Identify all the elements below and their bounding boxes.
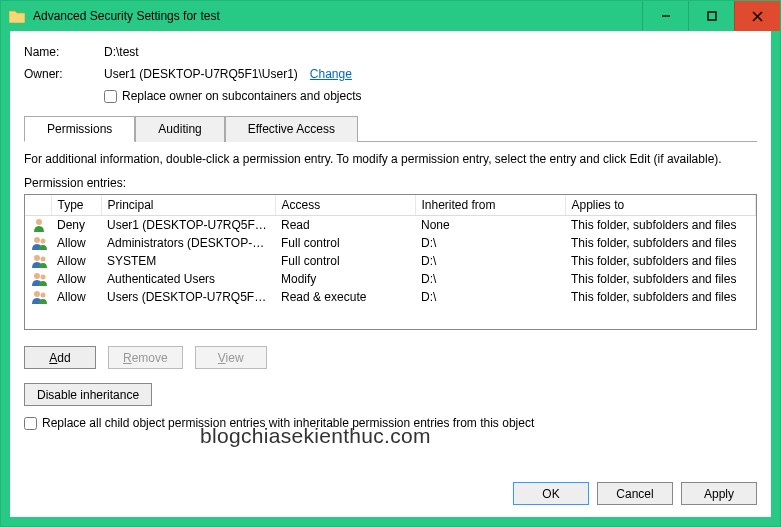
table-row[interactable]: DenyUser1 (DESKTOP-U7RQ5F1\Us...ReadNone… — [25, 216, 756, 235]
cancel-button[interactable]: Cancel — [597, 482, 673, 505]
folder-icon — [9, 9, 25, 23]
owner-value: User1 (DESKTOP-U7RQ5F1\User1) — [104, 67, 298, 81]
cell-type: Allow — [51, 234, 101, 252]
cell-access: Modify — [275, 270, 415, 288]
cell-type: Allow — [51, 270, 101, 288]
cell-principal: SYSTEM — [101, 252, 275, 270]
window-controls — [642, 1, 780, 31]
view-button: View — [195, 346, 267, 369]
ok-button[interactable]: OK — [513, 482, 589, 505]
maximize-button[interactable] — [688, 1, 734, 31]
replace-owner-label: Replace owner on subcontainers and objec… — [122, 89, 361, 103]
principal-icon — [25, 252, 51, 270]
cell-inherited: D:\ — [415, 288, 565, 306]
col-applies-header[interactable]: Applies to — [565, 195, 756, 216]
cell-inherited: None — [415, 216, 565, 235]
table-row[interactable]: AllowAdministrators (DESKTOP-U7...Full c… — [25, 234, 756, 252]
svg-point-4 — [36, 219, 42, 225]
cell-inherited: D:\ — [415, 252, 565, 270]
col-inherited-header[interactable]: Inherited from — [415, 195, 565, 216]
col-access-header[interactable]: Access — [275, 195, 415, 216]
svg-point-8 — [41, 257, 46, 262]
table-row[interactable]: AllowSYSTEMFull controlD:\This folder, s… — [25, 252, 756, 270]
svg-point-9 — [34, 273, 40, 279]
window: Advanced Security Settings for test Name… — [0, 0, 781, 527]
principal-icon — [25, 288, 51, 306]
replace-child-label: Replace all child object permission entr… — [42, 416, 534, 430]
tab-auditing[interactable]: Auditing — [135, 116, 224, 142]
add-button[interactable]: Add — [24, 346, 96, 369]
tab-panel-permissions: For additional information, double-click… — [24, 141, 757, 464]
principal-icon — [25, 270, 51, 288]
svg-point-6 — [41, 239, 46, 244]
disable-inheritance-button[interactable]: Disable inheritance — [24, 383, 152, 406]
svg-point-5 — [34, 237, 40, 243]
cell-applies: This folder, subfolders and files — [565, 234, 756, 252]
change-owner-link[interactable]: Change — [310, 67, 352, 81]
minimize-button[interactable] — [642, 1, 688, 31]
cell-applies: This folder, subfolders and files — [565, 270, 756, 288]
remove-button: Remove — [108, 346, 183, 369]
table-row[interactable]: AllowUsers (DESKTOP-U7RQ5F1\Us...Read & … — [25, 288, 756, 306]
cell-inherited: D:\ — [415, 270, 565, 288]
cell-applies: This folder, subfolders and files — [565, 252, 756, 270]
col-principal-header[interactable]: Principal — [101, 195, 275, 216]
replace-child-checkbox[interactable] — [24, 417, 37, 430]
owner-label: Owner: — [24, 67, 104, 81]
svg-point-10 — [41, 275, 46, 280]
cell-access: Read — [275, 216, 415, 235]
client-area: Name: D:\test Owner: User1 (DESKTOP-U7RQ… — [1, 31, 780, 526]
apply-button[interactable]: Apply — [681, 482, 757, 505]
cell-access: Full control — [275, 252, 415, 270]
description-text: For additional information, double-click… — [24, 152, 757, 166]
col-type-header[interactable]: Type — [51, 195, 101, 216]
cell-principal: Authenticated Users — [101, 270, 275, 288]
permission-entries-label: Permission entries: — [24, 176, 757, 190]
permission-entries-grid[interactable]: Type Principal Access Inherited from App… — [24, 194, 757, 330]
grid-header-row: Type Principal Access Inherited from App… — [25, 195, 756, 216]
svg-point-11 — [34, 291, 40, 297]
col-icon-header[interactable] — [25, 195, 51, 216]
replace-owner-checkbox[interactable] — [104, 90, 117, 103]
cell-access: Read & execute — [275, 288, 415, 306]
name-label: Name: — [24, 45, 104, 59]
principal-icon — [25, 216, 51, 235]
cell-applies: This folder, subfolders and files — [565, 288, 756, 306]
cell-access: Full control — [275, 234, 415, 252]
cell-principal: Administrators (DESKTOP-U7... — [101, 234, 275, 252]
cell-type: Allow — [51, 252, 101, 270]
svg-point-7 — [34, 255, 40, 261]
window-title: Advanced Security Settings for test — [33, 9, 642, 23]
titlebar[interactable]: Advanced Security Settings for test — [1, 1, 780, 31]
tab-permissions[interactable]: Permissions — [24, 116, 135, 142]
cell-inherited: D:\ — [415, 234, 565, 252]
table-row[interactable]: AllowAuthenticated UsersModifyD:\This fo… — [25, 270, 756, 288]
cell-type: Deny — [51, 216, 101, 235]
svg-point-12 — [41, 293, 46, 298]
name-value: D:\test — [104, 45, 139, 59]
tab-effective-access[interactable]: Effective Access — [225, 116, 358, 142]
svg-rect-1 — [708, 12, 716, 20]
cell-applies: This folder, subfolders and files — [565, 216, 756, 235]
close-button[interactable] — [734, 1, 780, 31]
dialog-footer: OK Cancel Apply — [10, 472, 771, 517]
tab-strip: Permissions Auditing Effective Access — [24, 116, 757, 142]
cell-principal: User1 (DESKTOP-U7RQ5F1\Us... — [101, 216, 275, 235]
principal-icon — [25, 234, 51, 252]
cell-principal: Users (DESKTOP-U7RQ5F1\Us... — [101, 288, 275, 306]
cell-type: Allow — [51, 288, 101, 306]
